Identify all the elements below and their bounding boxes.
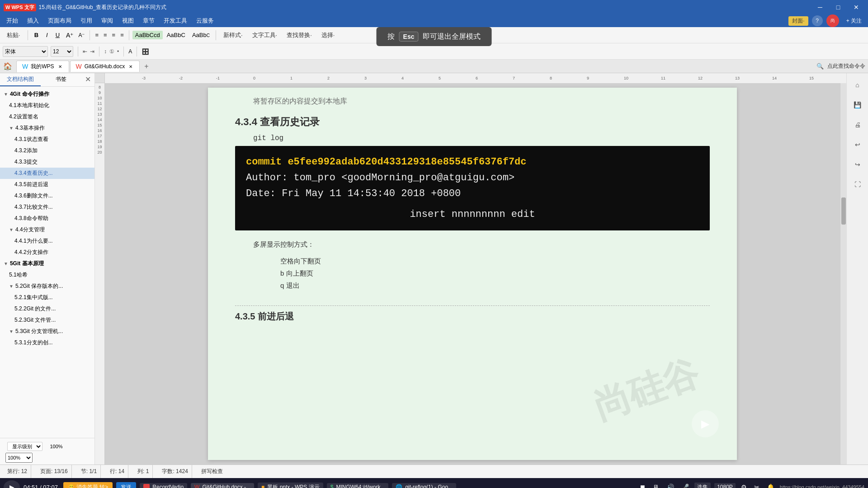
align-center[interactable]: ≡ [102,31,109,39]
taskbar-stop-icon[interactable]: ⏹ [637,482,647,488]
taskbar-volume-icon[interactable]: 🔊 [665,482,676,488]
sidebar-tree-item[interactable]: 4.4.2分支操作 [0,247,94,258]
taskbar-scissors-icon[interactable]: ✂ [752,482,761,488]
align-justify[interactable]: ≡ [118,31,126,39]
numbering[interactable]: ① [109,48,114,55]
sidebar-tree-item[interactable]: 4.3.6删除文件... [0,190,94,202]
sidebar-tab-bookmark[interactable]: 书签 [41,73,81,86]
sidebar-tree-item[interactable]: 4.1本地库初始化 [0,100,94,111]
taskbar-browser[interactable]: 🌐 git-reflog(1) - Goo... [392,483,456,488]
sidebar-tree-item[interactable]: 5.2.3Git 文件管... [0,314,94,326]
paste-button[interactable]: 粘贴· [3,29,24,41]
play-overlay-button[interactable]: ▶ [692,410,719,437]
taskbar-notification-icon[interactable]: 🔔 [765,482,776,488]
sidebar-tree-item[interactable]: 5.2.2Git 的文件... [0,303,94,314]
home-button[interactable]: 🏠 [3,61,13,71]
menu-ref[interactable]: 引用 [76,15,97,26]
sidebar-tree-item[interactable]: 5.1哈希 [0,269,94,281]
document-scroll-area[interactable]: 尚硅谷 将暂存区的内容提交到本地库 4.3.4 查看历史记录 git log [105,83,840,465]
text-tool-btn[interactable]: 文字工具· [248,29,282,41]
taskbar-doc[interactable]: W Git&GitHub.docx -... [191,483,254,488]
menu-insert[interactable]: 插入 [23,15,43,26]
rp-save[interactable]: 💾 [849,96,867,114]
bullets[interactable]: • [117,48,119,55]
heading-2-style[interactable]: AaBbC [189,31,212,39]
line-spacing[interactable]: ↕ [104,48,107,55]
select-btn[interactable]: 选择· [317,29,339,41]
menu-cloud[interactable]: 云服务 [192,15,218,26]
taskbar-play-button[interactable]: ▶ [4,480,20,488]
sidebar-tree-item[interactable]: 4.3.3提交 [0,156,94,168]
sidebar-tree-item[interactable]: 4.3.1状态查看 [0,134,94,145]
menu-view[interactable]: 视图 [118,15,138,26]
sidebar-close-button[interactable]: ✕ [81,73,94,86]
new-style-btn[interactable]: 新样式· [219,29,247,41]
align-left[interactable]: ≡ [93,31,100,39]
underline-button[interactable]: U [52,30,63,40]
question-forward-btn[interactable]: 😊 消先答题 转> [63,482,113,488]
taskbar-recordvedio[interactable]: RecordVedio [140,483,187,488]
scrollbar-vertical[interactable] [840,83,846,465]
menu-home[interactable]: 开始 [2,15,23,26]
taskbar-pptx[interactable]: ■ 黑板.pptx - WPS 演示 [258,483,323,488]
sidebar-tree-item[interactable]: 4.3.2添加 [0,145,94,156]
minimize-button[interactable]: ─ [812,2,828,13]
cover-btn[interactable]: 封面· [788,16,808,26]
sidebar-tree-item[interactable]: 4.3.8命令帮助 [0,213,94,224]
rp-home[interactable]: ⌂ [849,76,867,94]
zoom-select[interactable]: 100% [5,453,33,463]
mywps-close[interactable]: ✕ [57,63,63,70]
sidebar-tree-item[interactable]: 4.2设置签名 [0,111,94,122]
find-replace-btn[interactable]: 查找替换· [283,29,316,41]
display-level-select[interactable]: 显示级别 [7,442,42,451]
sidebar-tree-item[interactable]: ▼4.3基本操作 [0,122,94,134]
resolution-btn[interactable]: 1080P [714,483,736,488]
sidebar-tree-item[interactable]: 4.4.1为什么要... [0,235,94,247]
font-color-a[interactable]: A [128,48,132,55]
taskbar-mic-icon[interactable]: 🎤 [679,482,691,488]
font-family-select[interactable]: 宋体 [3,46,48,57]
align-right[interactable]: ≡ [110,31,118,39]
status-spell[interactable]: 拼写检查 [198,465,226,478]
follow-button[interactable]: + 关注 [842,15,866,27]
insert-table[interactable]: ⊞ [142,46,149,57]
style-normal[interactable]: AaBbCcd [132,31,163,39]
tab-mywps[interactable]: W 我的WPS ✕ [16,61,69,72]
help-btn[interactable]: ? [812,15,823,26]
avatar[interactable]: 尚 [826,14,839,27]
sidebar-tree-item[interactable]: ▼5.3Git 分支管理机... [0,326,94,337]
rp-print[interactable]: 🖨 [849,116,867,134]
close-button[interactable]: ✕ [848,2,864,13]
doc-close[interactable]: ✕ [127,63,134,70]
tab-add-button[interactable]: + [141,61,152,72]
sidebar-tree-item[interactable]: 4.3.7比较文件... [0,202,94,213]
menu-review[interactable]: 审阅 [97,15,118,26]
sidebar-tree-item[interactable]: 4.3.5前进后退 [0,179,94,190]
font-size-up[interactable]: A⁺ [64,31,75,40]
menu-chapter[interactable]: 章节 [138,15,159,26]
maximize-button[interactable]: □ [830,2,846,13]
rp-fullscreen[interactable]: ⛶ [849,175,867,193]
scrollbar-thumb[interactable] [841,197,846,225]
font-size-select[interactable]: 12 [51,46,73,57]
taskbar-settings-icon[interactable]: ⚙ [739,482,749,488]
sidebar-tree-item[interactable]: ▼4Git 命令行操作 [0,89,94,100]
tab-search-icon[interactable]: 🔍 [816,63,824,70]
volume-select-btn[interactable]: 选集 [694,483,711,488]
font-size-down[interactable]: A⁻ [76,31,86,39]
decrease-indent[interactable]: ⇤ [83,48,87,55]
sidebar-tree-item[interactable]: ▼4.4分支管理 [0,224,94,235]
taskbar-terminal[interactable]: $ MINGW64:/d/work... [327,483,389,488]
sidebar-tree-item[interactable]: ▼5.2Git 保存版本的... [0,281,94,292]
rp-undo[interactable]: ↩ [849,136,867,154]
increase-indent[interactable]: ⇥ [90,48,94,55]
rp-redo[interactable]: ↪ [849,155,867,174]
bold-button[interactable]: B [31,30,42,40]
style-heading[interactable]: AaBbC [164,31,188,39]
send-button[interactable]: 发送 [116,482,136,488]
menu-layout[interactable]: 页面布局 [43,15,76,26]
sidebar-tree-item[interactable]: ▼5Git 基本原理 [0,258,94,269]
italic-button[interactable]: I [43,30,51,40]
sidebar-tree-item[interactable]: 5.3.1分支的创... [0,337,94,348]
menu-dev[interactable]: 开发工具 [159,15,192,26]
